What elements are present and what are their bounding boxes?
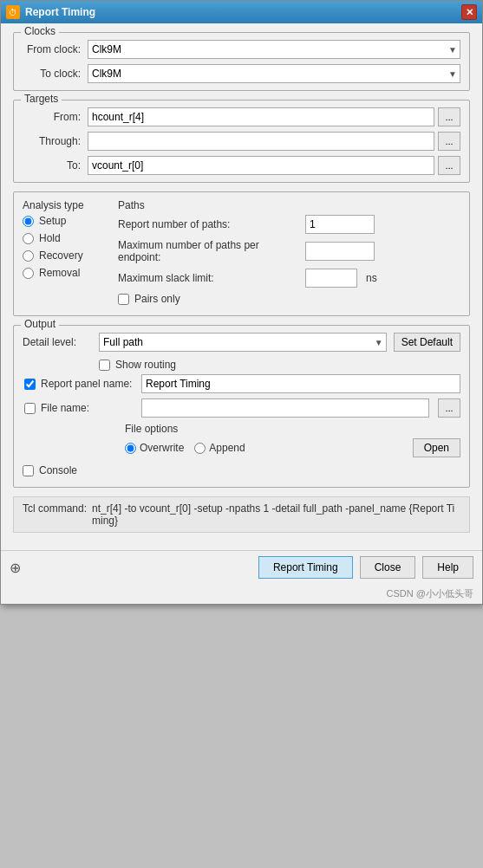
from-clock-select[interactable]: Clk9M [88, 40, 460, 59]
clocks-group-title: Clocks [21, 25, 59, 37]
recovery-radio[interactable] [23, 250, 34, 262]
recovery-radio-label: Recovery [39, 249, 83, 262]
removal-radio-label: Removal [39, 267, 80, 279]
close-button[interactable]: ✕ [461, 4, 477, 20]
show-routing-label: Show routing [115, 359, 176, 371]
window-title: Report Timing [25, 6, 95, 18]
file-name-input[interactable] [141, 398, 429, 418]
report-panel-input[interactable] [141, 374, 460, 393]
hold-radio[interactable] [23, 233, 34, 244]
output-group-title: Output [21, 318, 59, 330]
removal-radio[interactable] [23, 268, 34, 279]
report-num-label: Report number of paths: [118, 218, 300, 230]
max-slack-label: Maximum slack limit: [118, 272, 300, 284]
set-default-button[interactable]: Set Default [394, 333, 460, 352]
main-window: ⏱ Report Timing ✕ Clocks From clock: Clk… [0, 0, 483, 605]
file-name-checkbox[interactable] [24, 403, 36, 414]
hold-radio-row: Hold [23, 232, 109, 244]
output-group: Output Detail level: Full path Summary E… [13, 325, 470, 488]
file-name-row: File name: ... [23, 398, 460, 418]
console-row: Console [23, 464, 460, 476]
to-clock-label: To clock: [23, 68, 88, 80]
bottom-buttons: Report Timing Close Help [258, 556, 473, 579]
from-clock-label: From clock: [23, 43, 88, 55]
setup-radio[interactable] [23, 216, 34, 227]
file-options-section: File options Overwrite Append Open [125, 423, 460, 457]
recovery-radio-row: Recovery [23, 249, 109, 262]
report-panel-row: Report panel name: [23, 374, 460, 393]
through-target-input[interactable] [88, 132, 434, 151]
detail-level-select[interactable]: Full path Summary End points only [99, 333, 387, 352]
to-clock-dropdown-wrapper: Clk9M ▼ [88, 64, 460, 83]
analysis-col: Analysis type Setup Hold Recovery [23, 199, 109, 308]
tcl-label: Tcl command: [23, 502, 87, 515]
detail-level-label: Detail level: [23, 336, 92, 348]
app-icon: ⏱ [6, 5, 20, 19]
clocks-group: Clocks From clock: Clk9M ▼ To clock: Clk… [13, 32, 470, 91]
file-name-label: File name: [41, 402, 136, 414]
show-routing-row: Show routing [99, 359, 460, 371]
overwrite-radio[interactable] [125, 443, 136, 454]
targets-group: Targets From: ... Through: ... To: ... [13, 100, 470, 183]
from-browse-button[interactable]: ... [438, 107, 460, 126]
report-num-row: Report number of paths: [118, 215, 460, 234]
open-button[interactable]: Open [413, 438, 460, 457]
max-paths-row: Maximum number of paths per endpoint: [118, 239, 460, 263]
through-browse-button[interactable]: ... [438, 132, 460, 151]
removal-radio-row: Removal [23, 267, 109, 279]
to-clock-select[interactable]: Clk9M [88, 64, 460, 83]
file-browse-button[interactable]: ... [438, 398, 460, 418]
to-target-input[interactable] [88, 156, 434, 175]
max-slack-input[interactable] [305, 269, 357, 288]
to-target-label: To: [23, 159, 88, 172]
append-radio[interactable] [194, 443, 206, 454]
from-clock-row: From clock: Clk9M ▼ [23, 40, 460, 59]
max-paths-input[interactable] [305, 242, 375, 261]
from-clock-dropdown-wrapper: Clk9M ▼ [88, 40, 460, 59]
paths-col: Paths Report number of paths: Maximum nu… [118, 199, 460, 308]
watermark: CSDN @小小低头哥 [1, 584, 482, 604]
file-options-row: Overwrite Append Open [125, 438, 460, 457]
max-paths-label: Maximum number of paths per endpoint: [118, 239, 300, 263]
console-checkbox[interactable] [23, 465, 34, 476]
to-target-row: To: ... [23, 156, 460, 175]
to-browse-button[interactable]: ... [438, 156, 460, 175]
through-target-row: Through: ... [23, 132, 460, 151]
title-bar: ⏱ Report Timing ✕ [1, 1, 482, 23]
show-routing-checkbox[interactable] [99, 360, 110, 371]
setup-radio-label: Setup [39, 215, 66, 227]
content-area: Clocks From clock: Clk9M ▼ To clock: Clk… [1, 23, 482, 550]
through-target-label: Through: [23, 135, 88, 147]
tcl-value: nt_r[4] -to vcount_r[0] -setup -npaths 1… [92, 502, 460, 527]
detail-level-row: Detail level: Full path Summary End poin… [23, 333, 460, 352]
bottom-bar: ⊕ Report Timing Close Help [1, 550, 482, 584]
targets-group-title: Targets [21, 93, 62, 105]
file-options-radio-group: Overwrite Append [125, 442, 245, 454]
detail-select-wrapper: Full path Summary End points only ▼ [99, 333, 387, 352]
setup-radio-row: Setup [23, 215, 109, 227]
pairs-only-checkbox[interactable] [118, 294, 129, 305]
report-num-input[interactable] [305, 215, 375, 234]
from-target-input[interactable] [88, 107, 434, 126]
pin-icon[interactable]: ⊕ [10, 560, 21, 576]
title-bar-left: ⏱ Report Timing [6, 5, 95, 19]
close-dialog-button[interactable]: Close [360, 556, 416, 579]
paths-label: Paths [118, 199, 460, 211]
analysis-paths-columns: Analysis type Setup Hold Recovery [23, 199, 460, 308]
max-slack-row: Maximum slack limit: ns [118, 269, 460, 288]
hold-radio-label: Hold [39, 232, 61, 244]
console-label: Console [39, 464, 77, 476]
ns-label: ns [366, 272, 377, 284]
report-panel-checkbox[interactable] [24, 379, 36, 390]
pairs-only-row: Pairs only [118, 293, 460, 305]
tcl-section: Tcl command: nt_r[4] -to vcount_r[0] -se… [13, 496, 470, 533]
analysis-type-label: Analysis type [23, 199, 109, 211]
help-button[interactable]: Help [422, 556, 473, 579]
overwrite-label: Overwrite [140, 442, 184, 454]
report-panel-label: Report panel name: [41, 378, 136, 390]
file-options-label: File options [125, 423, 460, 435]
from-target-row: From: ... [23, 107, 460, 126]
append-label: Append [209, 442, 245, 454]
report-timing-button[interactable]: Report Timing [258, 556, 353, 579]
to-clock-row: To clock: Clk9M ▼ [23, 64, 460, 83]
